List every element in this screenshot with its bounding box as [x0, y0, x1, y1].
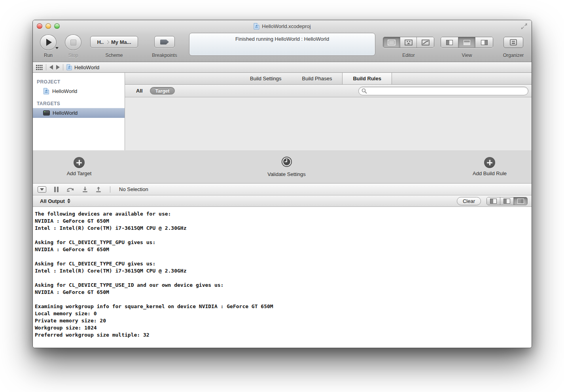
step-out-button[interactable] [96, 186, 101, 193]
target-terminal-icon [43, 110, 50, 116]
view-segmented-control: View [441, 32, 493, 48]
fullscreen-icon[interactable] [520, 23, 528, 30]
search-icon [361, 88, 367, 94]
scheme-target-segment[interactable]: H.. [97, 39, 104, 45]
right-pane-icon [517, 199, 524, 204]
right-panel-icon [481, 40, 488, 45]
editor-main-area: Build Settings Build Phases Build Rules … [125, 73, 532, 150]
clock-icon [281, 156, 292, 167]
step-over-button[interactable] [66, 186, 74, 192]
validate-settings-button[interactable]: Validate Settings [125, 156, 448, 177]
divider [46, 64, 46, 70]
version-editor-icon [422, 40, 430, 45]
view-label: View [462, 53, 472, 58]
assistant-editor-icon [405, 40, 413, 45]
organizer-button[interactable]: Organizer [503, 32, 523, 48]
scheme-selector[interactable]: H.. My Ma... Scheme [90, 32, 138, 48]
breakpoints-label: Breakpoints [152, 53, 177, 58]
console-area[interactable]: The following devices are available for … [33, 207, 532, 348]
traffic-lights [37, 23, 60, 29]
assistant-editor-button[interactable] [400, 37, 417, 47]
xcode-window: HelloWorld.xcodeproj Run Stop [32, 20, 532, 348]
bottom-action-bar: Add Target Validate Settings Add Build R… [33, 150, 532, 184]
zoom-button[interactable] [54, 23, 60, 29]
console-output: The following devices are available for … [33, 207, 532, 339]
window-title: HelloWorld.xcodeproj [262, 23, 310, 29]
add-build-rule-button[interactable]: Add Build Rule [448, 157, 532, 176]
tab-build-settings[interactable]: Build Settings [240, 73, 292, 84]
search-input[interactable] [358, 87, 528, 95]
debug-status: No Selection [119, 186, 148, 192]
desktop-background: HelloWorld.xcodeproj Run Stop [0, 0, 564, 392]
split-pane-icon [503, 199, 510, 204]
divider [63, 64, 63, 70]
play-icon [46, 39, 52, 46]
standard-editor-button[interactable] [383, 37, 400, 47]
popup-updown-icon [67, 199, 70, 203]
project-section-header: PROJECT [33, 78, 125, 86]
navigator-toggle-button[interactable] [441, 37, 458, 47]
pause-button[interactable] [54, 187, 59, 192]
breakpoints-button[interactable]: Breakpoints [154, 32, 175, 48]
organizer-icon [510, 39, 517, 45]
related-items-icon[interactable] [36, 65, 43, 70]
stop-button[interactable]: Stop [64, 32, 82, 50]
editor-tab-bar: Build Settings Build Phases Build Rules [125, 73, 532, 85]
window-chrome: HelloWorld.xcodeproj Run Stop [33, 20, 532, 62]
chevron-right-icon [106, 40, 110, 44]
stop-label: Stop [68, 53, 78, 58]
project-document-icon [43, 88, 49, 95]
utilities-toggle-button[interactable] [475, 37, 493, 47]
standard-editor-icon [388, 40, 396, 45]
debug-layout-segmented-control [486, 197, 528, 205]
tab-build-rules[interactable]: Build Rules [342, 73, 392, 84]
filter-bar: All Target [125, 85, 532, 97]
scheme-destination-segment[interactable]: My Ma... [111, 39, 131, 45]
project-document-icon [254, 23, 259, 30]
left-pane-icon [490, 199, 497, 204]
divider [110, 186, 110, 193]
sidebar-item-target-helloworld[interactable]: HelloWorld [33, 108, 125, 118]
filter-target-pill[interactable]: Target [150, 87, 175, 95]
organizer-label: Organizer [503, 53, 524, 58]
close-button[interactable] [37, 23, 42, 29]
breakpoint-icon [160, 40, 169, 45]
project-document-icon [66, 64, 72, 70]
main-toolbar: Run Stop H.. My Ma... Scheme [33, 32, 532, 62]
run-button[interactable]: Run [40, 32, 57, 50]
console-header: All Output Clear [33, 195, 532, 207]
jumpbar-current-item[interactable]: HelloWorld [66, 64, 99, 70]
tab-build-phases[interactable]: Build Phases [292, 73, 343, 84]
back-arrow-icon[interactable] [49, 65, 53, 70]
debug-area-toggle-button[interactable] [458, 37, 476, 47]
activity-viewer: Finished running HelloWorld : HelloWorld [189, 33, 375, 56]
targets-section-header: TARGETS [33, 99, 125, 108]
sidebar-item-project-helloworld[interactable]: HelloWorld [33, 86, 125, 96]
plus-circle-icon [74, 157, 85, 168]
scheme-label: Scheme [105, 53, 123, 58]
console-view-button[interactable] [514, 197, 527, 205]
titlebar[interactable]: HelloWorld.xcodeproj [33, 20, 532, 32]
debug-toolbar: No Selection [33, 184, 532, 195]
split-view-button[interactable] [500, 197, 514, 205]
plus-circle-icon [484, 157, 495, 168]
jump-bar: HelloWorld [33, 62, 532, 73]
left-panel-icon [446, 40, 453, 45]
add-target-button[interactable]: Add Target [33, 157, 125, 176]
minimize-button[interactable] [45, 23, 51, 29]
hide-debug-area-button[interactable] [38, 186, 46, 193]
step-into-button[interactable] [82, 186, 88, 193]
run-dropdown-caret[interactable] [55, 47, 59, 49]
project-sidebar: PROJECT HelloWorld TARGETS HelloWorld [33, 73, 125, 150]
editor-label: Editor [402, 53, 414, 58]
filter-all[interactable]: All [136, 88, 143, 94]
clear-console-button[interactable]: Clear [457, 197, 481, 205]
output-filter-popup[interactable]: All Output [40, 198, 70, 204]
variables-view-button[interactable] [487, 197, 500, 205]
bottom-panel-icon [464, 40, 470, 45]
forward-arrow-icon[interactable] [56, 65, 60, 70]
activity-status-text: Finished running HelloWorld : HelloWorld [235, 36, 329, 42]
run-label: Run [44, 53, 53, 58]
version-editor-button[interactable] [417, 37, 434, 47]
editor-segmented-control: Editor [383, 32, 434, 48]
